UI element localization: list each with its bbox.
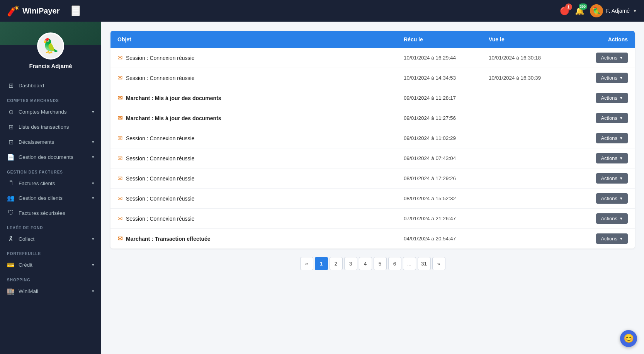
sidebar-item-dashboard[interactable]: ⊞ Dashboard [0,78,101,93]
collect-icon: 🎗 [7,235,15,242]
sidebar-item-label: Liste des transactions [19,124,69,130]
row-actions-cell: Actions ▼ [574,173,628,184]
table-row: ✉ Session : Connexion réussie 10/01/2024… [110,48,635,68]
actions-label: Actions [601,155,617,161]
bell-button[interactable]: 🔔 300 [575,6,585,15]
actions-button[interactable]: Actions ▼ [596,53,628,63]
chevron-down-icon: ▼ [633,9,637,13]
actions-label: Actions [601,196,617,201]
objet-text: Session : Connexion réussie [126,155,194,162]
chevron-right-icon: ▾ [92,155,94,160]
sidebar: 🦜 Francis Adjamé ⊞ Dashboard Comptes Mar… [0,22,101,354]
chat-bubble-button[interactable]: 😊 [620,330,637,347]
chevron-right-icon: ▾ [92,181,94,186]
table-header: Objet Récu le Vue le Actions [110,31,635,48]
actions-button[interactable]: Actions ▼ [596,133,628,143]
objet-text: Session : Connexion réussie [126,135,194,141]
pagination-next[interactable]: » [432,257,445,270]
actions-label: Actions [601,175,617,181]
actions-label: Actions [601,236,617,242]
app-logo[interactable]: 🧨 WiniPayer [7,5,60,17]
th-actions: Actions [574,36,628,43]
pagination-ellipsis: ... [403,257,416,270]
dropdown-arrow-icon: ▼ [619,196,623,201]
table-row: ✉ Session : Connexion réussie 10/01/2024… [110,68,635,88]
objet-text: Marchant : Mis à jour des documents [126,95,221,101]
actions-button[interactable]: Actions ▼ [596,113,628,123]
pagination-page-31[interactable]: 31 [418,257,431,270]
mail-icon: ✉ [117,134,122,142]
pagination-page-4[interactable]: 4 [359,257,372,270]
actions-button[interactable]: Actions ▼ [596,93,628,103]
sidebar-item-comptes-marchands[interactable]: ⊙ Comptes Marchands ▾ [0,104,101,119]
pagination-page-3[interactable]: 3 [344,257,357,270]
table-row: ✉ Session : Connexion réussie 09/01/2024… [110,148,635,168]
pagination-page-6[interactable]: 6 [388,257,401,270]
row-recu-le: 08/01/2024 à 17:29:26 [404,175,489,181]
sidebar-item-credit[interactable]: 💳 Crédit ▾ [0,257,101,272]
row-objet: ✉ Session : Connexion réussie [117,155,404,162]
sidebar-item-gestion-clients[interactable]: 👥 Gestion des clients ▾ [0,191,101,206]
actions-button[interactable]: Actions ▼ [596,153,628,163]
actions-button[interactable]: Actions ▼ [596,173,628,184]
actions-label: Actions [601,75,617,81]
row-objet: ✉ Marchant : Transaction effectuée [117,235,404,242]
notification-button[interactable]: 🔴 1 [560,6,569,15]
row-objet: ✉ Marchant : Mis à jour des documents [117,94,404,102]
dropdown-arrow-icon: ▼ [619,96,623,100]
hamburger-button[interactable]: ☰ [71,5,80,16]
factures-clients-icon: 🗒 [7,180,15,187]
actions-button[interactable]: Actions ▼ [596,213,628,224]
sidebar-item-gestion-documents[interactable]: 📄 Gestion des documents ▾ [0,150,101,165]
documents-icon: 📄 [7,153,15,161]
dropdown-arrow-icon: ▼ [619,176,623,180]
mail-icon: ✉ [117,155,122,162]
mail-icon: ✉ [117,94,122,102]
pagination-page-2[interactable]: 2 [330,257,343,270]
row-objet: ✉ Session : Connexion réussie [117,134,404,142]
user-menu[interactable]: 🦜 F. Adjamé ▼ [590,4,637,17]
dropdown-arrow-icon: ▼ [619,136,623,140]
table-row: ✉ Marchant : Mis à jour des documents 09… [110,88,635,108]
sidebar-item-label: Gestion des clients [19,195,63,201]
objet-text: Session : Connexion réussie [126,175,194,182]
dropdown-arrow-icon: ▼ [619,237,623,241]
pagination-page-1[interactable]: 1 [315,257,328,270]
sidebar-item-collect[interactable]: 🎗 Collect ▾ [0,231,101,246]
row-objet: ✉ Session : Connexion réussie [117,215,404,222]
sidebar-item-label: Collect [19,236,34,242]
sidebar-item-liste-transactions[interactable]: ⊞ Liste des transactions [0,119,101,134]
row-recu-le: 10/01/2024 à 14:34:53 [404,75,489,81]
row-actions-cell: Actions ▼ [574,213,628,224]
shield-icon: 🛡 [7,209,15,216]
pagination-page-5[interactable]: 5 [374,257,387,270]
mail-icon: ✉ [117,74,122,82]
actions-label: Actions [601,115,617,121]
th-objet: Objet [117,36,404,43]
chevron-right-icon: ▾ [92,237,94,242]
notification-badge: 1 [565,3,572,10]
sidebar-item-decaissements[interactable]: ⊡ Décaissements ▾ [0,134,101,150]
section-label-comptes-marchands: Comptes Marchands [0,93,101,104]
actions-label: Actions [601,135,617,141]
sidebar-item-factures-clients[interactable]: 🗒 Factures clients ▾ [0,176,101,191]
transactions-icon: ⊞ [7,123,15,131]
row-recu-le: 08/01/2024 à 15:52:32 [404,196,489,201]
pagination-prev[interactable]: « [300,257,313,270]
row-objet: ✉ Session : Connexion réussie [117,175,404,182]
actions-button[interactable]: Actions ▼ [596,73,628,83]
sidebar-item-factures-securisees[interactable]: 🛡 Factures sécurisées [0,206,101,220]
section-label-gestion-factures: Gestion Des Factures [0,165,101,176]
main-content: Objet Récu le Vue le Actions ✉ Session :… [101,22,644,354]
mail-icon: ✉ [117,175,122,182]
objet-text: Session : Connexion réussie [126,196,194,202]
profile-name: Francis Adjamé [29,63,72,69]
actions-label: Actions [601,216,617,221]
table-row: ✉ Session : Connexion réussie 07/01/2024… [110,209,635,229]
actions-button[interactable]: Actions ▼ [596,233,628,244]
sidebar-item-winimall[interactable]: 🏬 WiniMall ▾ [0,284,101,299]
chat-icon: 😊 [624,334,634,344]
sidebar-item-label: Factures clients [19,180,55,186]
actions-button[interactable]: Actions ▼ [596,193,628,204]
dashboard-icon: ⊞ [7,82,15,89]
